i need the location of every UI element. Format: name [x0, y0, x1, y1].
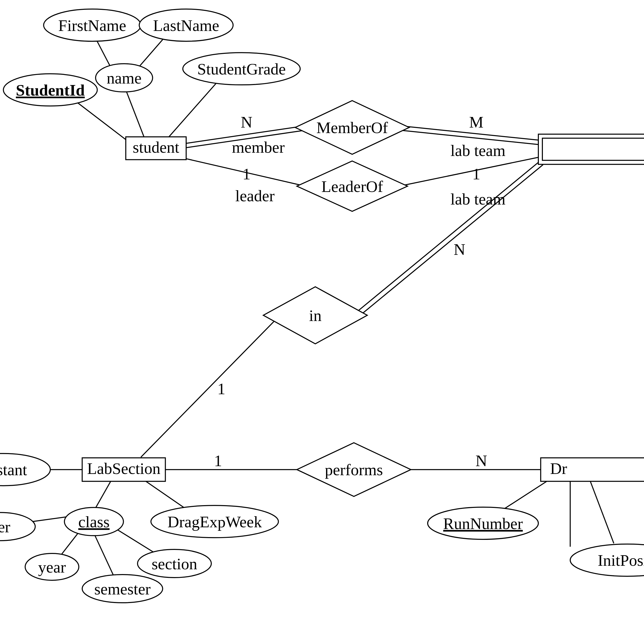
attr-studentgrade: StudentGrade	[183, 53, 300, 85]
attr-firstname: FirstName	[44, 9, 141, 41]
role-member: member	[232, 138, 285, 156]
edge-class-semester	[94, 533, 116, 580]
attr-runnumber-label: RunNumber	[443, 515, 523, 533]
card-1-labteam-leaderof: 1	[472, 165, 480, 183]
entity-labsection: LabSection	[82, 458, 166, 481]
attr-name: name	[96, 64, 153, 92]
attr-year: year	[25, 553, 79, 580]
card-1-labsection-in: 1	[217, 380, 225, 398]
rel-memberof: MemberOf	[295, 101, 409, 154]
card-1-labsection-performs: 1	[214, 452, 222, 470]
er-diagram: FirstName LastName name StudentId Studen…	[0, 0, 644, 644]
entity-student-label: student	[133, 138, 179, 156]
card-n-labteam-in: N	[454, 240, 465, 258]
rel-leaderof-label: LeaderOf	[321, 178, 383, 195]
attr-name-label: name	[107, 69, 142, 87]
attr-number-label: ber	[0, 518, 10, 536]
attr-dragexpweek: DragExpWeek	[151, 505, 278, 538]
entity-student: student	[126, 137, 186, 160]
role-leader: leader	[235, 187, 274, 205]
edge-student-studentgrade	[168, 75, 223, 138]
card-m-labteam-memberof: M	[469, 113, 484, 131]
attr-initposition: InitPositi	[570, 544, 644, 576]
attr-studentid-label: StudentId	[16, 81, 85, 99]
attr-class: class	[64, 507, 124, 536]
rel-leaderof: LeaderOf	[297, 161, 408, 211]
attr-dragexpweek-label: DragExpWeek	[168, 513, 262, 531]
entity-labsection-label: LabSection	[87, 460, 160, 477]
attr-firstname-label: FirstName	[58, 17, 126, 34]
attr-runnumber: RunNumber	[428, 507, 538, 539]
rel-performs: performs	[297, 443, 411, 496]
edge-student-studentid	[70, 97, 128, 141]
attr-assistant: ssistant	[0, 454, 50, 486]
attr-semester: semester	[82, 575, 163, 603]
rel-memberof-label: MemberOf	[316, 119, 388, 137]
attr-section: section	[138, 549, 211, 578]
attr-class-label: class	[78, 513, 109, 531]
attr-studentgrade-label: StudentGrade	[197, 60, 286, 78]
attr-lastname: LastName	[139, 9, 233, 41]
attr-studentid: StudentId	[3, 74, 97, 106]
entity-dragexp-label: Dr	[550, 460, 567, 477]
edge-labsection-class	[94, 481, 111, 511]
rel-in: in	[263, 287, 367, 344]
card-n-student-memberof: N	[241, 113, 252, 131]
rel-in-label: in	[309, 307, 321, 325]
rel-performs-label: performs	[325, 461, 383, 479]
edge-dragexp-initpos-b	[590, 481, 614, 543]
edge-in-labsection	[141, 320, 275, 457]
attr-number: ber	[0, 512, 35, 541]
role-labteam-leaderof: lab team	[451, 190, 506, 208]
attr-assistant-label: ssistant	[0, 461, 27, 479]
entity-labteam	[538, 134, 644, 164]
attr-section-label: section	[152, 555, 197, 573]
card-n-dragexp-performs: N	[475, 452, 487, 470]
edge-leaderof-labteam	[399, 157, 540, 186]
attr-lastname-label: LastName	[153, 17, 219, 34]
attr-semester-label: semester	[94, 580, 151, 598]
entity-dragexp: Dr	[541, 458, 644, 481]
attr-initposition-label: InitPositi	[598, 551, 644, 569]
card-1-student-leaderof: 1	[243, 165, 251, 183]
attr-year-label: year	[38, 558, 66, 576]
edge-student-name	[124, 86, 144, 138]
role-labteam-memberof: lab team	[451, 142, 506, 159]
